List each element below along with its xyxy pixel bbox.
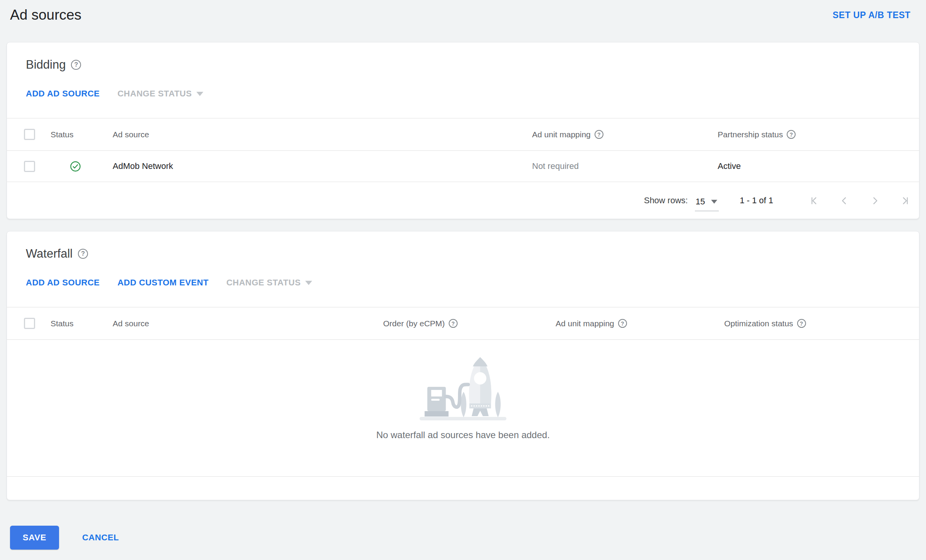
row-ad-unit-mapping: Not required: [532, 161, 718, 171]
header-checkbox-cell: [7, 318, 51, 329]
add-ad-source-button[interactable]: ADD AD SOURCE: [26, 278, 100, 288]
last-page-button[interactable]: [900, 196, 911, 206]
waterfall-actions: ADD AD SOURCE ADD CUSTOM EVENT CHANGE ST…: [26, 277, 919, 288]
pagination-range: 1 - 1 of 1: [740, 196, 773, 206]
rows-per-page-select[interactable]: 15: [695, 196, 719, 211]
column-ad-unit-mapping-label: Ad unit mapping: [532, 130, 591, 139]
column-status: Status: [51, 130, 113, 139]
page-header: Ad sources SET UP A/B TEST: [0, 0, 926, 25]
select-all-checkbox[interactable]: [24, 318, 35, 329]
first-page-button[interactable]: [809, 196, 819, 206]
column-order-label: Order (by eCPM): [383, 319, 445, 328]
header-checkbox-cell: [7, 129, 51, 140]
table-row: AdMob Network Not required Active: [7, 151, 919, 182]
show-rows-label: Show rows:: [644, 196, 688, 206]
help-glyph: ?: [597, 132, 601, 137]
column-ad-source: Ad source: [113, 319, 383, 328]
help-icon[interactable]: ?: [618, 319, 627, 328]
help-glyph: ?: [451, 321, 455, 326]
column-ad-source: Ad source: [113, 130, 532, 139]
waterfall-card: Waterfall ? ADD AD SOURCE ADD CUSTOM EVE…: [7, 231, 919, 500]
help-icon[interactable]: ?: [595, 130, 603, 139]
change-status-button[interactable]: CHANGE STATUS: [226, 278, 313, 288]
save-button[interactable]: SAVE: [10, 526, 59, 550]
check-circle-icon: [70, 161, 113, 172]
bidding-table-header: Status Ad source Ad unit mapping ? Partn…: [7, 118, 919, 151]
bidding-actions: ADD AD SOURCE CHANGE STATUS: [26, 88, 919, 100]
help-glyph: ?: [74, 62, 78, 68]
help-glyph: ?: [81, 251, 85, 257]
page-title: Ad sources: [10, 7, 81, 23]
pager: [809, 196, 911, 206]
row-status-cell: [51, 161, 113, 172]
waterfall-title-row: Waterfall ?: [26, 247, 919, 261]
help-icon[interactable]: ?: [797, 319, 806, 328]
column-optimization-status-label: Optimization status: [724, 319, 793, 328]
column-status: Status: [51, 319, 113, 328]
column-ad-unit-mapping: Ad unit mapping ?: [532, 130, 718, 139]
column-order: Order (by eCPM) ?: [383, 319, 556, 328]
help-icon[interactable]: ?: [71, 60, 81, 70]
waterfall-table-header: Status Ad source Order (by eCPM) ? Ad un…: [7, 307, 919, 340]
column-ad-unit-mapping-label: Ad unit mapping: [556, 319, 614, 328]
help-icon[interactable]: ?: [449, 319, 458, 328]
help-glyph: ?: [800, 321, 803, 326]
row-checkbox-cell: [7, 161, 51, 172]
help-icon[interactable]: ?: [78, 249, 88, 259]
change-status-label: CHANGE STATUS: [117, 89, 192, 99]
waterfall-footer-strip: [7, 477, 919, 514]
cancel-button[interactable]: CANCEL: [82, 533, 119, 543]
add-ad-source-button[interactable]: ADD AD SOURCE: [26, 89, 100, 99]
help-icon[interactable]: ?: [787, 130, 796, 139]
select-all-checkbox[interactable]: [24, 129, 35, 140]
page-actions: SAVE CANCEL: [10, 526, 926, 550]
next-page-button[interactable]: [870, 196, 880, 206]
bidding-card: Bidding ? ADD AD SOURCE CHANGE STATUS St…: [7, 42, 919, 219]
chevron-down-icon: [305, 281, 312, 285]
add-custom-event-button[interactable]: ADD CUSTOM EVENT: [117, 278, 208, 288]
column-partnership-status-label: Partnership status: [718, 130, 783, 139]
help-glyph: ?: [621, 321, 624, 326]
column-optimization-status: Optimization status ?: [724, 319, 919, 328]
chevron-down-icon: [711, 200, 717, 204]
column-partnership-status: Partnership status ?: [718, 130, 919, 139]
waterfall-empty-state: No waterfall ad sources have been added.: [7, 353, 919, 477]
setup-ab-test-link[interactable]: SET UP A/B TEST: [833, 10, 911, 20]
row-checkbox[interactable]: [24, 161, 35, 172]
row-ad-source: AdMob Network: [113, 161, 532, 171]
change-status-label: CHANGE STATUS: [226, 278, 301, 288]
rows-per-page-value: 15: [696, 197, 705, 207]
row-partnership-status: Active: [718, 161, 919, 171]
empty-state-message: No waterfall ad sources have been added.: [7, 430, 919, 440]
rocket-illustration: [415, 353, 511, 422]
bidding-title: Bidding: [26, 58, 66, 72]
help-glyph: ?: [789, 132, 793, 137]
bidding-pagination: Show rows: 15 1 - 1 of 1: [7, 182, 919, 219]
chevron-down-icon: [196, 92, 203, 96]
bidding-title-row: Bidding ?: [26, 58, 919, 72]
waterfall-title: Waterfall: [26, 247, 73, 261]
column-ad-unit-mapping: Ad unit mapping ?: [556, 319, 724, 328]
previous-page-button[interactable]: [839, 196, 850, 206]
change-status-button[interactable]: CHANGE STATUS: [117, 89, 203, 99]
